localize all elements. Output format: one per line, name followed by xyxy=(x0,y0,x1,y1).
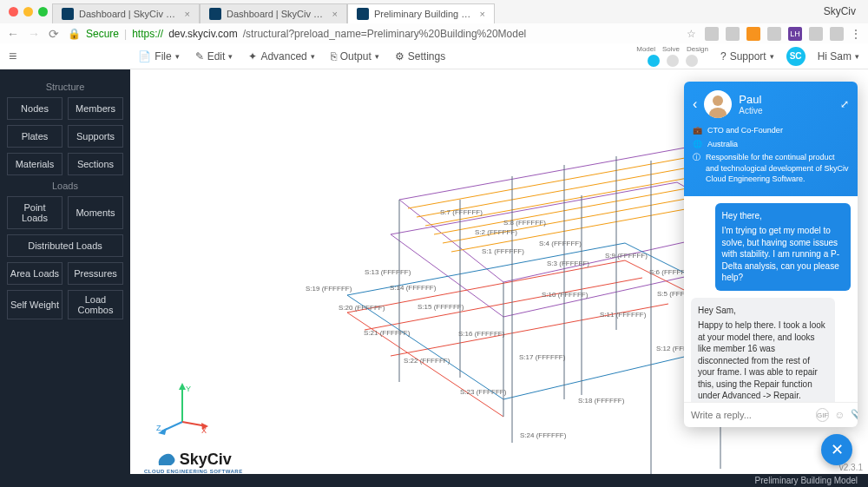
svg-point-10 xyxy=(709,108,727,118)
skyciv-favicon xyxy=(357,8,369,20)
sections-button[interactable]: Sections xyxy=(68,153,123,175)
step-label: Solve xyxy=(662,45,680,53)
forward-icon[interactable]: → xyxy=(28,27,40,41)
user-avatar[interactable]: SC xyxy=(786,47,806,66)
supports-button[interactable]: Supports xyxy=(68,125,123,148)
expand-icon[interactable]: ⤢ xyxy=(840,98,849,110)
ext-icon[interactable] xyxy=(746,27,760,41)
load-combos-button[interactable]: Load Combos xyxy=(68,290,123,319)
advanced-menu[interactable]: ✦Advanced▾ xyxy=(248,50,314,63)
area-loads-button[interactable]: Area Loads xyxy=(7,262,62,285)
emoji-icon[interactable]: ☺ xyxy=(834,409,845,421)
gear-icon: ⚙ xyxy=(395,50,404,63)
support-label: S:21 (FFFFFF) xyxy=(364,329,410,337)
support-label: S:17 (FFFFFF) xyxy=(519,353,565,361)
distributed-loads-button[interactable]: Distributed Loads xyxy=(7,234,123,257)
status-title: Preliminary Building Model xyxy=(755,476,858,485)
hamburger-icon[interactable]: ≡ xyxy=(9,49,16,64)
chat-close-fab[interactable]: ✕ xyxy=(821,434,852,465)
user-menu[interactable]: Hi Sam▾ xyxy=(818,50,859,63)
sidebar-heading-loads: Loads xyxy=(7,181,123,191)
design-step-button[interactable] xyxy=(686,55,698,67)
chevron-down-icon: ▾ xyxy=(175,52,180,61)
sidebar: Structure Nodes Members Plates Supports … xyxy=(0,69,130,474)
briefcase-icon: 💼 xyxy=(693,125,702,136)
chat-input-row: GIF ☺ 📎 xyxy=(684,402,858,427)
output-menu[interactable]: ⎘Output▾ xyxy=(331,50,379,63)
minimize-window-dot[interactable] xyxy=(23,7,33,16)
url-protocol: https:// xyxy=(132,28,163,40)
support-label: S:10 (FFFFFF) xyxy=(542,291,588,299)
address-bar[interactable]: 🔒 Secure | https://dev.skyciv.com/struct… xyxy=(68,28,678,40)
chevron-down-icon: ▾ xyxy=(770,52,774,61)
file-menu[interactable]: 📄File▾ xyxy=(138,50,179,63)
settings-menu[interactable]: ⚙Settings xyxy=(395,50,445,63)
tab-title: Dashboard | SkyCiv Platform xyxy=(227,9,327,19)
pressures-button[interactable]: Pressures xyxy=(68,262,123,285)
support-label: S:4 (FFFFFF) xyxy=(539,240,582,247)
support-label: S:14 (FFFFFF) xyxy=(390,284,436,292)
ext-icon[interactable] xyxy=(726,27,740,41)
chevron-down-icon: ▾ xyxy=(375,52,379,61)
agent-status: Active xyxy=(739,106,762,115)
model-step-button[interactable] xyxy=(648,55,660,67)
svg-point-9 xyxy=(713,95,723,106)
info-icon: ⓘ xyxy=(693,152,700,163)
solve-step-button[interactable] xyxy=(667,55,679,67)
support-label: S:16 (FFFFFF) xyxy=(458,330,504,338)
ext-icon[interactable] xyxy=(830,27,844,41)
export-icon: ⎘ xyxy=(331,50,337,63)
support-label: S:8 (FFFFFF) xyxy=(503,219,546,227)
svg-text:X: X xyxy=(201,426,207,435)
support-label: S:18 (FFFFFF) xyxy=(578,397,624,405)
back-icon[interactable]: ← xyxy=(7,27,19,41)
edit-menu[interactable]: ✎Edit▾ xyxy=(195,50,233,63)
chat-reply-input[interactable] xyxy=(691,410,811,420)
gif-button[interactable]: GIF xyxy=(816,408,829,422)
star-icon[interactable]: ☆ xyxy=(687,28,696,40)
menu-dots-icon[interactable]: ⋮ xyxy=(851,28,861,40)
moments-button[interactable]: Moments xyxy=(68,196,123,229)
reload-icon[interactable]: ⟳ xyxy=(49,27,59,41)
ext-icon[interactable]: LH xyxy=(788,27,802,41)
agent-location: Australia xyxy=(707,139,738,150)
support-label: S:11 (FFFFFF) xyxy=(600,311,646,319)
browser-tab[interactable]: Dashboard | SkyCiv Platform× xyxy=(200,3,347,23)
secure-label: Secure xyxy=(86,28,119,40)
close-tab-icon[interactable]: × xyxy=(332,9,338,19)
sidebar-heading-structure: Structure xyxy=(7,82,123,92)
ext-icon[interactable] xyxy=(809,27,823,41)
support-label: S:13 (FFFFFF) xyxy=(365,268,411,276)
nodes-button[interactable]: Nodes xyxy=(7,97,62,120)
step-label: Design xyxy=(687,45,708,53)
self-weight-button[interactable]: Self Weight xyxy=(7,290,62,319)
svg-marker-1 xyxy=(179,383,186,390)
close-tab-icon[interactable]: × xyxy=(480,9,485,19)
close-window-dot[interactable] xyxy=(9,7,18,16)
chat-back-icon[interactable]: ‹ xyxy=(693,96,697,112)
ext-icon[interactable] xyxy=(705,27,719,41)
window-controls xyxy=(9,7,48,16)
chat-messages[interactable]: Hey there, I'm trying to get my model to… xyxy=(684,196,858,402)
browser-tabs: Dashboard | SkyCiv Platform× Dashboard |… xyxy=(52,3,495,23)
agent-bio: Responsible for the continual product an… xyxy=(706,152,849,185)
support-label: S:15 (FFFFFF) xyxy=(418,303,464,311)
status-bar: Preliminary Building Model xyxy=(0,474,868,487)
ext-icon[interactable] xyxy=(767,27,781,41)
support-label: S:2 (FFFFFF) xyxy=(475,228,517,236)
browser-tab[interactable]: Preliminary Building Model | S× xyxy=(347,3,495,23)
browser-tab[interactable]: Dashboard | SkyCiv Platform× xyxy=(52,3,200,23)
materials-button[interactable]: Materials xyxy=(7,153,62,175)
point-loads-button[interactable]: Point Loads xyxy=(7,196,62,229)
url-host: dev.skyciv.com xyxy=(168,28,238,40)
plates-button[interactable]: Plates xyxy=(7,125,62,148)
user-message: Hey there, I'm trying to get my model to… xyxy=(715,203,851,291)
members-button[interactable]: Members xyxy=(68,97,123,120)
support-menu[interactable]: ?Support▾ xyxy=(720,50,774,63)
agent-name: Paul xyxy=(739,93,762,106)
attach-icon[interactable]: 📎 xyxy=(851,409,858,421)
agent-avatar xyxy=(704,90,732,118)
tab-title: Dashboard | SkyCiv Platform xyxy=(79,9,180,19)
maximize-window-dot[interactable] xyxy=(38,7,48,16)
close-tab-icon[interactable]: × xyxy=(185,9,190,19)
